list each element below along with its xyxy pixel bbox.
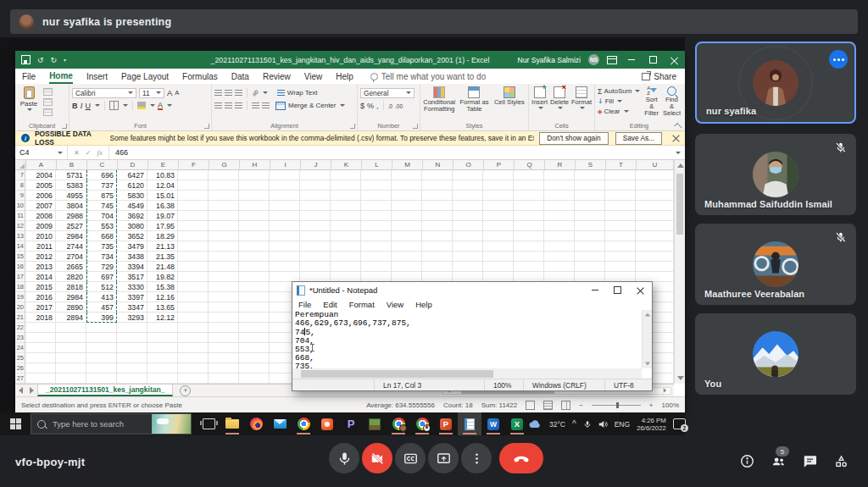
row-header-11[interactable]: 11 <box>15 211 25 221</box>
cell-P16[interactable] <box>483 262 514 272</box>
notepad-menu-edit[interactable]: Edit <box>317 300 342 309</box>
participants-button[interactable]: 5 <box>771 453 787 469</box>
dialog-launcher-icon[interactable] <box>204 124 209 129</box>
dialog-launcher-icon[interactable] <box>413 124 418 129</box>
cell-T14[interactable] <box>605 241 636 252</box>
column-header-A[interactable]: A <box>26 160 57 169</box>
bold-button[interactable] <box>72 102 78 110</box>
cell-C10[interactable]: 745 <box>86 201 117 211</box>
chat-button[interactable] <box>802 453 818 469</box>
clock[interactable]: 4:26 PM 26/6/2022 <box>637 417 666 432</box>
row-header-19[interactable]: 19 <box>15 292 25 302</box>
excel-title-bar[interactable]: ▾ _202110271131501_kes_jangkitan_hiv_dan… <box>15 51 685 69</box>
cell-A18[interactable]: 2015 <box>25 282 56 292</box>
cell-F12[interactable] <box>178 221 209 231</box>
page-break-view-icon[interactable] <box>561 401 570 410</box>
cell-H16[interactable] <box>239 262 270 272</box>
cell-D9[interactable]: 5830 <box>117 191 147 201</box>
cell-H11[interactable] <box>239 211 270 221</box>
cell-U15[interactable] <box>636 252 674 262</box>
task-view-taskbar-button[interactable] <box>197 412 220 435</box>
cell-R9[interactable] <box>544 191 575 201</box>
cell-P8[interactable] <box>483 180 514 191</box>
cell-S15[interactable] <box>575 252 605 262</box>
cell-L12[interactable] <box>361 221 392 231</box>
office-taskbar-button[interactable] <box>315 412 339 435</box>
cell-B27[interactable] <box>56 374 86 384</box>
cell-E24[interactable] <box>147 343 178 353</box>
maximize-button[interactable] <box>646 51 659 69</box>
cell-C15[interactable]: 734 <box>86 252 117 262</box>
cell-F17[interactable] <box>178 272 209 282</box>
cell-B7[interactable]: 5731 <box>56 170 86 180</box>
cell-H7[interactable] <box>239 170 270 180</box>
cell-A13[interactable]: 2010 <box>25 231 56 241</box>
cell-E25[interactable] <box>147 353 178 363</box>
cell-B13[interactable]: 2984 <box>56 231 86 241</box>
close-warning-icon[interactable] <box>672 135 679 141</box>
word-taskbar-button[interactable] <box>481 412 505 435</box>
number-format-select[interactable]: General <box>360 88 415 98</box>
column-header-B[interactable]: B <box>57 160 87 169</box>
cell-L14[interactable] <box>361 241 392 252</box>
cell-Q10[interactable] <box>514 201 544 211</box>
cell-F27[interactable] <box>178 374 209 384</box>
cell-I13[interactable] <box>270 231 300 241</box>
cell-F22[interactable] <box>178 323 209 333</box>
cell-S11[interactable] <box>575 211 605 221</box>
camera-off-button[interactable] <box>362 443 392 473</box>
cell-B10[interactable]: 3804 <box>56 201 86 211</box>
cell-E8[interactable]: 12.04 <box>147 180 178 191</box>
cell-E20[interactable]: 13.65 <box>147 302 178 313</box>
cell-D8[interactable]: 6120 <box>117 180 147 191</box>
cell-R13[interactable] <box>544 231 575 241</box>
cell-F9[interactable] <box>178 191 209 201</box>
cell-R11[interactable] <box>544 211 575 221</box>
row-header-10[interactable]: 10 <box>15 201 25 211</box>
cell-D17[interactable]: 3517 <box>117 272 147 282</box>
cell-A26[interactable] <box>25 363 56 374</box>
cell-M7[interactable] <box>392 170 422 180</box>
cell-N14[interactable] <box>422 241 453 252</box>
cell-K10[interactable] <box>331 201 361 211</box>
excel-menu-tab-review[interactable]: Review <box>263 69 291 84</box>
excel-menu-tab-page-layout[interactable]: Page Layout <box>121 69 169 84</box>
activities-button[interactable] <box>833 453 849 469</box>
participant-menu-button[interactable] <box>829 50 848 69</box>
cell-K8[interactable] <box>331 180 361 191</box>
cell-M15[interactable] <box>392 252 422 262</box>
cell-H27[interactable] <box>239 374 270 384</box>
column-header-S[interactable]: S <box>576 160 606 169</box>
page-layout-view-icon[interactable] <box>543 401 553 410</box>
cell-G12[interactable] <box>209 221 239 231</box>
cell-G18[interactable] <box>209 282 239 292</box>
cell-N8[interactable] <box>422 180 453 191</box>
excel-menu-tab-file[interactable]: File <box>22 69 36 84</box>
cell-O14[interactable] <box>453 241 483 252</box>
align-right-button[interactable] <box>235 102 242 108</box>
cell-J15[interactable] <box>300 252 331 262</box>
zoom-level[interactable]: 100% <box>662 401 679 409</box>
cell-B14[interactable]: 2744 <box>56 241 86 252</box>
column-header-M[interactable]: M <box>392 160 423 169</box>
cell-U8[interactable] <box>636 180 674 191</box>
row-header-25[interactable]: 25 <box>15 353 25 363</box>
cell-Q13[interactable] <box>514 231 544 241</box>
undo-icon[interactable] <box>37 56 44 64</box>
cell-Q7[interactable] <box>514 170 544 180</box>
cell-A11[interactable]: 2008 <box>25 211 56 221</box>
cell-P9[interactable] <box>483 191 514 201</box>
qat-customize-icon[interactable]: ▾ <box>64 57 66 63</box>
row-header-14[interactable]: 14 <box>15 241 25 252</box>
row-header-16[interactable]: 16 <box>15 262 25 272</box>
cell-Q12[interactable] <box>514 221 544 231</box>
cell-K16[interactable] <box>331 262 361 272</box>
cell-R15[interactable] <box>544 252 575 262</box>
cell-R8[interactable] <box>544 180 575 191</box>
cell-I10[interactable] <box>270 201 300 211</box>
cell-G20[interactable] <box>209 302 239 313</box>
underline-button[interactable] <box>86 102 92 110</box>
cell-D18[interactable]: 3330 <box>117 282 147 292</box>
cell-M10[interactable] <box>392 201 422 211</box>
cell-C12[interactable]: 553 <box>86 221 117 231</box>
